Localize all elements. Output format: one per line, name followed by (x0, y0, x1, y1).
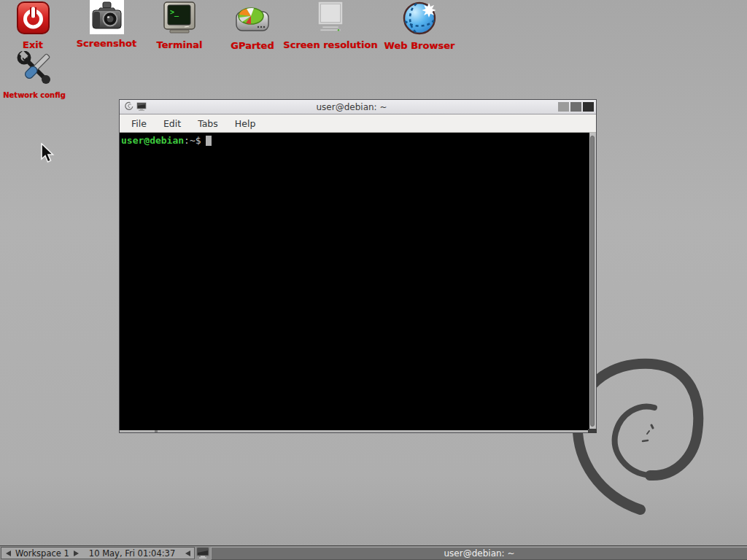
window-title: user@debian: ~ (147, 102, 557, 112)
icon-label: Exit (4, 39, 62, 50)
menu-file[interactable]: File (129, 117, 149, 131)
resize-handle-left[interactable] (155, 430, 158, 432)
close-button[interactable] (583, 102, 594, 112)
tasklist-prev-arrow-icon[interactable] (185, 548, 190, 559)
taskbar-task-terminal[interactable]: user@debian: ~ (211, 547, 747, 560)
terminal-window: user@debian: ~ File Edit Tabs Help user@… (119, 99, 597, 433)
workspace-next-arrow-icon[interactable] (74, 548, 79, 559)
prompt-user-host: user@debian (121, 135, 184, 146)
minimize-button[interactable] (558, 102, 569, 112)
workspace-prev-arrow-icon[interactable] (6, 548, 11, 559)
desktop-icon-web-browser[interactable]: Web Browser (376, 0, 463, 51)
window-titlebar[interactable]: user@debian: ~ (120, 100, 596, 114)
menu-tabs[interactable]: Tabs (196, 117, 220, 131)
exit-power-icon (17, 1, 50, 37)
terminal-scrollbar[interactable] (589, 133, 596, 430)
maximize-button[interactable] (570, 102, 581, 112)
taskbar-clock: 10 May, Fri 01:04:37 (89, 548, 175, 559)
icon-label: Web Browser (376, 40, 463, 51)
terminal-menubar: File Edit Tabs Help (120, 114, 596, 133)
icon-label: Screen resolution (281, 39, 380, 50)
globe-icon (402, 0, 437, 38)
svg-text:>_: >_ (170, 8, 179, 17)
disk-partition-icon (235, 3, 270, 38)
taskbar-left-panel: Workspace 1 10 May, Fri 01:04:37 (1, 547, 195, 559)
task-window-mini-icon[interactable] (196, 547, 209, 560)
workspace-label[interactable]: Workspace 1 (15, 548, 69, 559)
crt-terminal-icon: >_ (163, 1, 196, 37)
menu-edit[interactable]: Edit (161, 117, 183, 131)
terminal-mini-icon (136, 100, 147, 114)
task-title: user@debian: ~ (444, 548, 515, 559)
terminal-cursor (206, 136, 212, 146)
taskbar: Workspace 1 10 May, Fri 01:04:37 user@de… (0, 545, 747, 560)
icon-label: Network config (0, 91, 69, 99)
camera-icon (90, 0, 124, 34)
scrollbar-thumb[interactable] (590, 136, 595, 427)
monitor-icon (313, 0, 348, 37)
tools-icon (16, 51, 53, 89)
desktop-icon-exit[interactable]: Exit (4, 1, 62, 50)
desktop-icon-screen-resolution[interactable]: Screen resolution (281, 0, 380, 50)
resize-handle-corner[interactable] (588, 429, 597, 433)
window-bottom-edge (120, 430, 596, 432)
prompt-suffix: :~$ (184, 135, 201, 146)
debian-swirl-mini-icon (125, 100, 133, 114)
mouse-cursor (41, 143, 57, 165)
menu-help[interactable]: Help (233, 117, 258, 131)
desktop-icon-network-config[interactable]: Network config (0, 51, 69, 99)
terminal-output-area[interactable]: user@debian:~$ (120, 133, 589, 430)
